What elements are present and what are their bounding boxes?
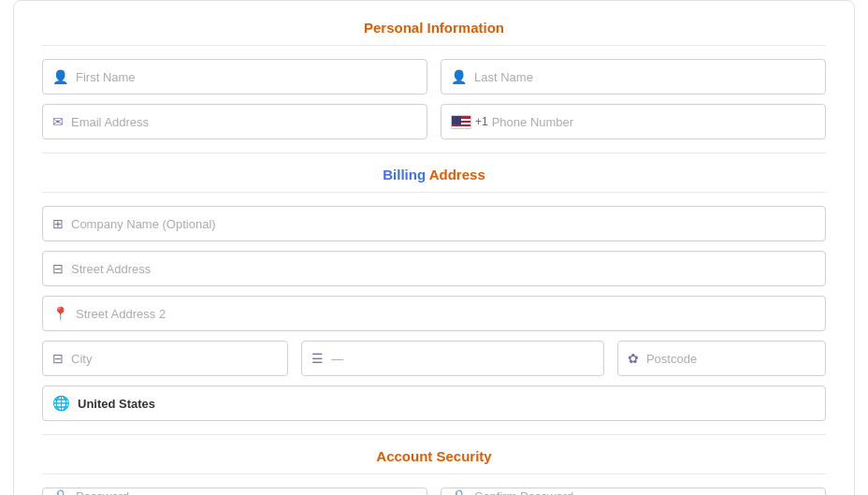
email-input[interactable] xyxy=(71,115,417,129)
postcode-icon: ✿ xyxy=(628,351,639,366)
city-input[interactable] xyxy=(71,352,278,366)
company-row: ⊞ xyxy=(42,206,826,241)
form-container: Personal Information 👤 👤 ✉ +1 Billing Ad… xyxy=(13,0,855,495)
phone-code: +1 xyxy=(475,115,488,128)
section-divider-2 xyxy=(42,434,826,435)
street1-wrapper: ⊟ xyxy=(42,251,826,286)
country-row: 🌐 United States Canada United Kingdom xyxy=(42,386,826,421)
phone-wrapper: +1 xyxy=(441,104,826,139)
globe-icon: 🌐 xyxy=(52,395,70,412)
state-select[interactable]: — Alabama Alaska California New York Tex… xyxy=(331,352,594,366)
lock-icon: 🔒 xyxy=(52,488,68,495)
password-left: 🔒 Generate Password xyxy=(42,488,427,495)
location-icon: 📍 xyxy=(52,306,68,321)
billing-address-title: Billing Address xyxy=(42,167,826,193)
street2-input[interactable] xyxy=(76,307,816,321)
company-input[interactable] xyxy=(71,217,816,231)
first-name-wrapper: 👤 xyxy=(42,59,427,95)
postcode-input[interactable] xyxy=(646,352,816,366)
street2-wrapper: 📍 xyxy=(42,296,826,331)
lock-icon-2: 🔒 xyxy=(451,488,467,495)
street-icon: ⊟ xyxy=(52,261,64,276)
password-right: 🔒 Password Strength: Enter a Password xyxy=(441,488,826,495)
street1-input[interactable] xyxy=(71,262,816,276)
us-flag-icon xyxy=(451,115,471,129)
postcode-wrapper: ✿ xyxy=(617,341,826,376)
person-icon-2: 👤 xyxy=(451,69,467,84)
city-wrapper: ⊟ xyxy=(42,341,288,376)
billing-blue: Billing xyxy=(383,167,426,182)
country-wrapper: 🌐 United States Canada United Kingdom xyxy=(42,386,826,421)
street1-row: ⊟ xyxy=(42,251,826,286)
first-name-input[interactable] xyxy=(76,70,417,84)
confirm-password-wrapper: 🔒 xyxy=(441,488,826,495)
state-icon: ☰ xyxy=(311,351,324,366)
city-icon: ⊟ xyxy=(52,351,64,366)
section-divider-1 xyxy=(42,153,826,153)
company-wrapper: ⊞ xyxy=(42,206,826,241)
password-input[interactable] xyxy=(76,489,417,496)
account-security-title: Account Security xyxy=(42,448,826,474)
contact-row: ✉ +1 xyxy=(42,104,826,139)
confirm-password-input[interactable] xyxy=(474,489,816,496)
last-name-input[interactable] xyxy=(474,70,816,84)
email-wrapper: ✉ xyxy=(42,104,427,139)
last-name-wrapper: 👤 xyxy=(441,59,826,95)
phone-input[interactable] xyxy=(492,115,816,129)
person-icon: 👤 xyxy=(52,69,68,84)
building-icon: ⊞ xyxy=(52,216,64,231)
name-row: 👤 👤 xyxy=(42,59,826,95)
city-state-postcode-row: ⊟ ☰ — Alabama Alaska California New York… xyxy=(42,341,826,376)
personal-info-title: Personal Information xyxy=(42,20,826,46)
billing-orange: Address xyxy=(426,167,485,182)
email-icon: ✉ xyxy=(52,114,64,129)
country-select[interactable]: United States Canada United Kingdom xyxy=(78,397,816,411)
street2-row: 📍 xyxy=(42,296,826,331)
password-wrapper: 🔒 xyxy=(42,488,427,495)
state-wrapper: ☰ — Alabama Alaska California New York T… xyxy=(301,341,604,376)
password-row: 🔒 Generate Password 🔒 Password Strength:… xyxy=(42,488,826,495)
